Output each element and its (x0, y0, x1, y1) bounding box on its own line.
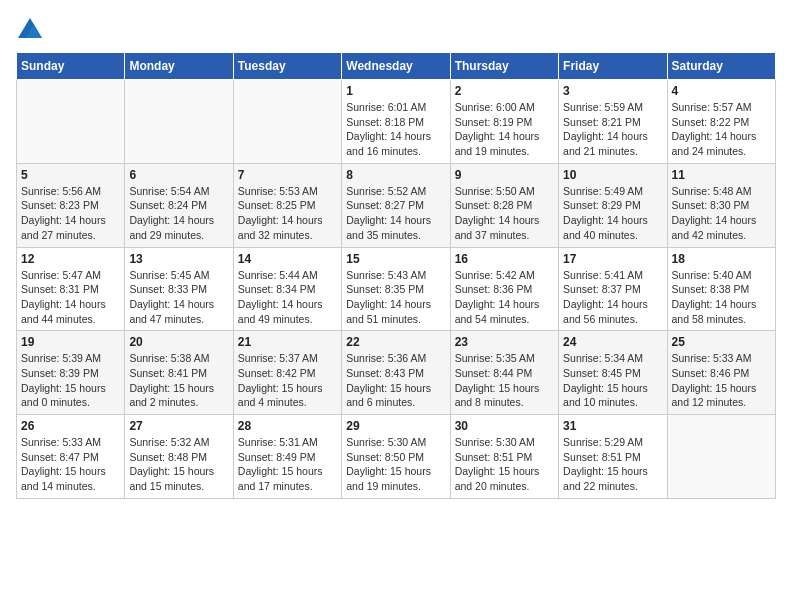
calendar-cell: 1Sunrise: 6:01 AMSunset: 8:18 PMDaylight… (342, 80, 450, 164)
day-number: 7 (238, 168, 337, 182)
calendar-cell: 6Sunrise: 5:54 AMSunset: 8:24 PMDaylight… (125, 163, 233, 247)
day-number: 19 (21, 335, 120, 349)
calendar-cell: 15Sunrise: 5:43 AMSunset: 8:35 PMDayligh… (342, 247, 450, 331)
day-number: 30 (455, 419, 554, 433)
calendar-cell: 22Sunrise: 5:36 AMSunset: 8:43 PMDayligh… (342, 331, 450, 415)
calendar-cell: 30Sunrise: 5:30 AMSunset: 8:51 PMDayligh… (450, 415, 558, 499)
day-info: Sunrise: 5:30 AMSunset: 8:50 PMDaylight:… (346, 435, 445, 494)
day-number: 24 (563, 335, 662, 349)
logo (16, 16, 48, 44)
calendar-cell: 12Sunrise: 5:47 AMSunset: 8:31 PMDayligh… (17, 247, 125, 331)
day-info: Sunrise: 5:34 AMSunset: 8:45 PMDaylight:… (563, 351, 662, 410)
weekday-header-wednesday: Wednesday (342, 53, 450, 80)
day-info: Sunrise: 6:00 AMSunset: 8:19 PMDaylight:… (455, 100, 554, 159)
calendar-cell: 2Sunrise: 6:00 AMSunset: 8:19 PMDaylight… (450, 80, 558, 164)
calendar-cell: 23Sunrise: 5:35 AMSunset: 8:44 PMDayligh… (450, 331, 558, 415)
day-number: 10 (563, 168, 662, 182)
calendar-cell: 28Sunrise: 5:31 AMSunset: 8:49 PMDayligh… (233, 415, 341, 499)
calendar-cell: 29Sunrise: 5:30 AMSunset: 8:50 PMDayligh… (342, 415, 450, 499)
calendar-cell: 27Sunrise: 5:32 AMSunset: 8:48 PMDayligh… (125, 415, 233, 499)
day-number: 25 (672, 335, 771, 349)
day-number: 23 (455, 335, 554, 349)
calendar-cell: 31Sunrise: 5:29 AMSunset: 8:51 PMDayligh… (559, 415, 667, 499)
calendar-cell: 14Sunrise: 5:44 AMSunset: 8:34 PMDayligh… (233, 247, 341, 331)
day-info: Sunrise: 5:49 AMSunset: 8:29 PMDaylight:… (563, 184, 662, 243)
calendar-week-3: 12Sunrise: 5:47 AMSunset: 8:31 PMDayligh… (17, 247, 776, 331)
day-number: 27 (129, 419, 228, 433)
calendar-week-1: 1Sunrise: 6:01 AMSunset: 8:18 PMDaylight… (17, 80, 776, 164)
day-info: Sunrise: 5:50 AMSunset: 8:28 PMDaylight:… (455, 184, 554, 243)
day-number: 4 (672, 84, 771, 98)
calendar-cell: 8Sunrise: 5:52 AMSunset: 8:27 PMDaylight… (342, 163, 450, 247)
calendar-cell: 7Sunrise: 5:53 AMSunset: 8:25 PMDaylight… (233, 163, 341, 247)
day-number: 13 (129, 252, 228, 266)
day-info: Sunrise: 5:48 AMSunset: 8:30 PMDaylight:… (672, 184, 771, 243)
calendar-cell: 3Sunrise: 5:59 AMSunset: 8:21 PMDaylight… (559, 80, 667, 164)
weekday-header-row: SundayMondayTuesdayWednesdayThursdayFrid… (17, 53, 776, 80)
calendar-week-5: 26Sunrise: 5:33 AMSunset: 8:47 PMDayligh… (17, 415, 776, 499)
calendar-week-2: 5Sunrise: 5:56 AMSunset: 8:23 PMDaylight… (17, 163, 776, 247)
day-info: Sunrise: 5:56 AMSunset: 8:23 PMDaylight:… (21, 184, 120, 243)
day-info: Sunrise: 5:59 AMSunset: 8:21 PMDaylight:… (563, 100, 662, 159)
day-info: Sunrise: 5:42 AMSunset: 8:36 PMDaylight:… (455, 268, 554, 327)
weekday-header-thursday: Thursday (450, 53, 558, 80)
day-info: Sunrise: 5:38 AMSunset: 8:41 PMDaylight:… (129, 351, 228, 410)
day-info: Sunrise: 5:30 AMSunset: 8:51 PMDaylight:… (455, 435, 554, 494)
page-header (16, 16, 776, 44)
weekday-header-monday: Monday (125, 53, 233, 80)
calendar-cell: 18Sunrise: 5:40 AMSunset: 8:38 PMDayligh… (667, 247, 775, 331)
calendar-week-4: 19Sunrise: 5:39 AMSunset: 8:39 PMDayligh… (17, 331, 776, 415)
calendar-table: SundayMondayTuesdayWednesdayThursdayFrid… (16, 52, 776, 499)
calendar-cell: 9Sunrise: 5:50 AMSunset: 8:28 PMDaylight… (450, 163, 558, 247)
day-info: Sunrise: 5:57 AMSunset: 8:22 PMDaylight:… (672, 100, 771, 159)
day-info: Sunrise: 5:52 AMSunset: 8:27 PMDaylight:… (346, 184, 445, 243)
day-info: Sunrise: 5:41 AMSunset: 8:37 PMDaylight:… (563, 268, 662, 327)
calendar-cell: 24Sunrise: 5:34 AMSunset: 8:45 PMDayligh… (559, 331, 667, 415)
day-info: Sunrise: 5:54 AMSunset: 8:24 PMDaylight:… (129, 184, 228, 243)
day-number: 15 (346, 252, 445, 266)
weekday-header-tuesday: Tuesday (233, 53, 341, 80)
day-info: Sunrise: 5:43 AMSunset: 8:35 PMDaylight:… (346, 268, 445, 327)
calendar-cell (125, 80, 233, 164)
calendar-cell (17, 80, 125, 164)
day-number: 16 (455, 252, 554, 266)
day-info: Sunrise: 5:32 AMSunset: 8:48 PMDaylight:… (129, 435, 228, 494)
day-number: 11 (672, 168, 771, 182)
day-info: Sunrise: 5:53 AMSunset: 8:25 PMDaylight:… (238, 184, 337, 243)
day-info: Sunrise: 5:44 AMSunset: 8:34 PMDaylight:… (238, 268, 337, 327)
calendar-cell: 10Sunrise: 5:49 AMSunset: 8:29 PMDayligh… (559, 163, 667, 247)
day-info: Sunrise: 5:40 AMSunset: 8:38 PMDaylight:… (672, 268, 771, 327)
day-info: Sunrise: 5:36 AMSunset: 8:43 PMDaylight:… (346, 351, 445, 410)
day-info: Sunrise: 5:35 AMSunset: 8:44 PMDaylight:… (455, 351, 554, 410)
day-number: 29 (346, 419, 445, 433)
day-info: Sunrise: 5:45 AMSunset: 8:33 PMDaylight:… (129, 268, 228, 327)
weekday-header-saturday: Saturday (667, 53, 775, 80)
day-number: 3 (563, 84, 662, 98)
day-number: 6 (129, 168, 228, 182)
calendar-cell: 13Sunrise: 5:45 AMSunset: 8:33 PMDayligh… (125, 247, 233, 331)
day-number: 2 (455, 84, 554, 98)
calendar-cell: 5Sunrise: 5:56 AMSunset: 8:23 PMDaylight… (17, 163, 125, 247)
day-number: 26 (21, 419, 120, 433)
calendar-cell: 11Sunrise: 5:48 AMSunset: 8:30 PMDayligh… (667, 163, 775, 247)
day-info: Sunrise: 5:39 AMSunset: 8:39 PMDaylight:… (21, 351, 120, 410)
day-info: Sunrise: 5:31 AMSunset: 8:49 PMDaylight:… (238, 435, 337, 494)
calendar-cell (233, 80, 341, 164)
day-info: Sunrise: 5:33 AMSunset: 8:47 PMDaylight:… (21, 435, 120, 494)
day-number: 22 (346, 335, 445, 349)
calendar-cell: 26Sunrise: 5:33 AMSunset: 8:47 PMDayligh… (17, 415, 125, 499)
day-number: 28 (238, 419, 337, 433)
calendar-cell: 17Sunrise: 5:41 AMSunset: 8:37 PMDayligh… (559, 247, 667, 331)
day-info: Sunrise: 6:01 AMSunset: 8:18 PMDaylight:… (346, 100, 445, 159)
weekday-header-sunday: Sunday (17, 53, 125, 80)
day-info: Sunrise: 5:33 AMSunset: 8:46 PMDaylight:… (672, 351, 771, 410)
calendar-cell: 4Sunrise: 5:57 AMSunset: 8:22 PMDaylight… (667, 80, 775, 164)
day-number: 5 (21, 168, 120, 182)
calendar-cell: 25Sunrise: 5:33 AMSunset: 8:46 PMDayligh… (667, 331, 775, 415)
day-number: 31 (563, 419, 662, 433)
day-number: 21 (238, 335, 337, 349)
day-number: 12 (21, 252, 120, 266)
day-info: Sunrise: 5:47 AMSunset: 8:31 PMDaylight:… (21, 268, 120, 327)
calendar-cell: 19Sunrise: 5:39 AMSunset: 8:39 PMDayligh… (17, 331, 125, 415)
day-number: 1 (346, 84, 445, 98)
